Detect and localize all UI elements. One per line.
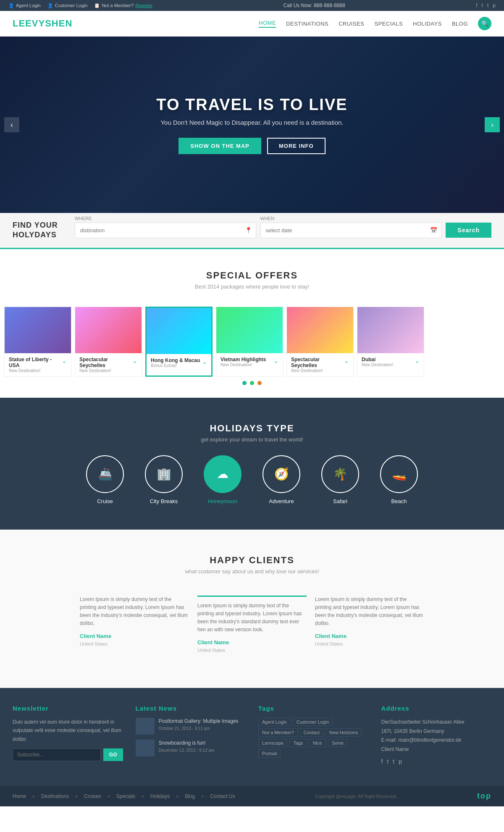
news-item-1[interactable]: Snowboarding is fun! December 13, 2013 -… <box>136 740 246 756</box>
holiday-beach[interactable]: 🚤 Beach <box>380 455 418 504</box>
cruise-icon: 🚢 <box>86 455 124 493</box>
nav-specials[interactable]: SPECIALS <box>375 21 403 27</box>
nav-destinations[interactable]: DESTINATIONS <box>286 21 328 27</box>
newsletter-form: GO <box>13 748 123 761</box>
testimonials: Lorem Ipsum is simply dummy text of the … <box>0 587 504 663</box>
tag-1[interactable]: Customer Login <box>293 718 333 726</box>
footer-pinterest-icon[interactable]: p <box>399 758 402 765</box>
footer-newsletter: Newsletter Duis autem vel eum iriure dol… <box>13 705 123 765</box>
testimonial-2: Lorem Ipsum is simply dummy text of the … <box>315 596 424 654</box>
search-section: FIND YOUR HOLYDAYS Where 📍 When 📅 Search <box>0 213 504 249</box>
more-info-button[interactable]: MORE INFO <box>267 138 326 154</box>
tag-6[interactable]: Tags <box>289 739 307 747</box>
offer-info-4: Spectacular Seychelles New Destination! … <box>287 353 353 376</box>
nav-blog[interactable]: BLOG <box>452 21 468 27</box>
tag-7[interactable]: Nice <box>309 739 326 747</box>
newsletter-input[interactable] <box>13 748 101 761</box>
offer-card-3[interactable]: Vietnam Highlights New Destination! ⌄ <box>216 307 283 377</box>
special-offers-title: SPECIAL OFFERS <box>0 270 504 281</box>
register-link[interactable]: 📋 Not a Member? Register <box>94 3 152 8</box>
tag-2[interactable]: Not a Member? <box>258 728 298 737</box>
news-item-0[interactable]: Postformat Gallery: Multiple Images Octo… <box>136 718 246 735</box>
news-date-0: October 21, 2013 - 9:11 pm <box>159 726 239 731</box>
search-icon-button[interactable]: 🔍 <box>478 17 491 30</box>
footer-link-specials[interactable]: Specials <box>116 793 135 799</box>
tag-9[interactable]: Portrait <box>258 749 281 758</box>
footer-address: Address Die/Sachse/beiter Schönhauser Al… <box>381 705 492 765</box>
testimonial-text-2: Lorem Ipsum is simply dummy text of the … <box>315 596 424 628</box>
safari-icon: 🌴 <box>321 455 359 493</box>
footer-tumblr-icon[interactable]: t <box>393 758 394 765</box>
client-location-1: United States <box>197 647 307 654</box>
carousel-dot-2[interactable] <box>257 381 262 385</box>
holiday-adventure[interactable]: 🧭 Adventure <box>262 455 300 504</box>
carousel-dots <box>0 381 504 385</box>
tumblr-icon[interactable]: t <box>487 3 488 8</box>
testimonial-1: Lorem Ipsum is simply dummy text of the … <box>197 596 307 654</box>
hero-next-button[interactable]: › <box>485 117 500 132</box>
nav-home[interactable]: HOME <box>259 20 276 28</box>
nav-holidays[interactable]: HOLIDAYS <box>413 21 442 27</box>
footer-facebook-icon[interactable]: f <box>381 758 383 765</box>
footer-link-cruises[interactable]: Cruises <box>84 793 101 799</box>
carousel-dot-1[interactable] <box>250 381 254 385</box>
offer-card-1[interactable]: Spectacular Seychelles New Destination! … <box>75 307 142 377</box>
tag-3[interactable]: Contact <box>300 728 323 737</box>
newsletter-submit[interactable]: GO <box>103 748 123 761</box>
footer-link-blog[interactable]: Blog <box>185 793 195 799</box>
footer-link-contact[interactable]: Contact Us <box>210 793 235 799</box>
show-on-map-button[interactable]: SHOW ON THE MAP <box>178 138 261 154</box>
offer-info-5: Dubai New Destination! ⌄ <box>357 353 424 370</box>
tag-4[interactable]: New Horizons <box>326 728 362 737</box>
pinterest-icon[interactable]: p <box>493 3 496 8</box>
tag-5[interactable]: Larnscape <box>258 739 287 747</box>
offer-img-4 <box>287 307 353 353</box>
testimonial-text-1: Lorem Ipsum is simply dummy text of the … <box>197 602 307 634</box>
offer-card-2[interactable]: Hong Kong & Macau Bonus Extras! ⌄ <box>145 307 213 377</box>
offer-info-2: Hong Kong & Macau Bonus Extras! ⌄ <box>147 354 211 371</box>
nav-cruises[interactable]: CRUISES <box>339 21 364 27</box>
footer-link-holidays[interactable]: Holidays <box>150 793 170 799</box>
footer-twitter-icon[interactable]: t <box>387 758 388 765</box>
latest-news-title: Latest News <box>136 705 246 712</box>
nav-links: HOME DESTINATIONS CRUISES SPECIALS HOLID… <box>259 17 491 30</box>
offer-card-0[interactable]: Statue of Liberty - USA New Destination!… <box>4 307 71 377</box>
holiday-cruise[interactable]: 🚢 Cruise <box>86 455 124 504</box>
main-nav: LEEVYSHEN HOME DESTINATIONS CRUISES SPEC… <box>0 11 504 37</box>
address-content: Die/Sachse/beiter Schönhauser Allee 167t… <box>381 718 492 754</box>
hero-prev-button[interactable]: ‹ <box>4 117 19 132</box>
city-breaks-label: City Breaks <box>150 498 178 504</box>
hero-section: ‹ TO TRAVEL IS TO LIVE You Don't Need Ma… <box>0 37 504 213</box>
customer-login-link[interactable]: 👤 Customer Login <box>47 3 88 8</box>
facebook-icon[interactable]: f <box>476 3 477 8</box>
search-inputs: Where 📍 When 📅 Search <box>75 223 491 238</box>
twitter-icon[interactable]: t <box>482 3 483 8</box>
beach-label: Beach <box>391 498 407 504</box>
footer-link-destinations[interactable]: Destinations <box>41 793 69 799</box>
call-us: Call Us Now: 888-888-8888 <box>284 3 345 8</box>
offer-card-4[interactable]: Spectacular Seychelles New Destination! … <box>286 307 354 377</box>
happy-clients-title: HAPPY CLIENTS <box>0 555 504 566</box>
carousel-dot-0[interactable] <box>242 381 247 385</box>
news-title-0: Postformat Gallery: Multiple Images <box>159 718 239 725</box>
social-links: f t t p <box>476 3 496 8</box>
tag-8[interactable]: Some <box>328 739 348 747</box>
footer-link-home[interactable]: Home <box>13 793 26 799</box>
testimonial-text-0: Lorem Ipsum is simply dummy text of the … <box>80 596 189 628</box>
back-to-top-button[interactable]: top <box>477 792 491 801</box>
offer-card-5[interactable]: Dubai New Destination! ⌄ <box>357 307 424 377</box>
agent-login-link[interactable]: 👤 Agent Login <box>8 3 41 8</box>
tag-0[interactable]: Agent Login <box>258 718 291 726</box>
holiday-honeymoon[interactable]: ☁ Honeymoon <box>204 455 242 504</box>
when-input[interactable] <box>260 223 442 238</box>
footer-link-sep3: › <box>108 793 110 799</box>
search-submit-button[interactable]: Search <box>446 223 491 238</box>
where-input[interactable] <box>75 223 256 238</box>
client-name-1: Client Name <box>197 638 307 647</box>
hero-content: TO TRAVEL IS TO LIVE You Don't Need Magi… <box>156 96 347 154</box>
hero-subtitle: You Don't Need Magic to Disappear. All y… <box>156 119 347 126</box>
offer-info-0: Statue of Liberty - USA New Destination!… <box>5 353 71 376</box>
holiday-city-breaks[interactable]: 🏢 City Breaks <box>145 455 183 504</box>
holiday-safari[interactable]: 🌴 Safari <box>321 455 359 504</box>
holidays-type-section: HOLIDAYS TYPE get explore your dream to … <box>0 398 504 530</box>
